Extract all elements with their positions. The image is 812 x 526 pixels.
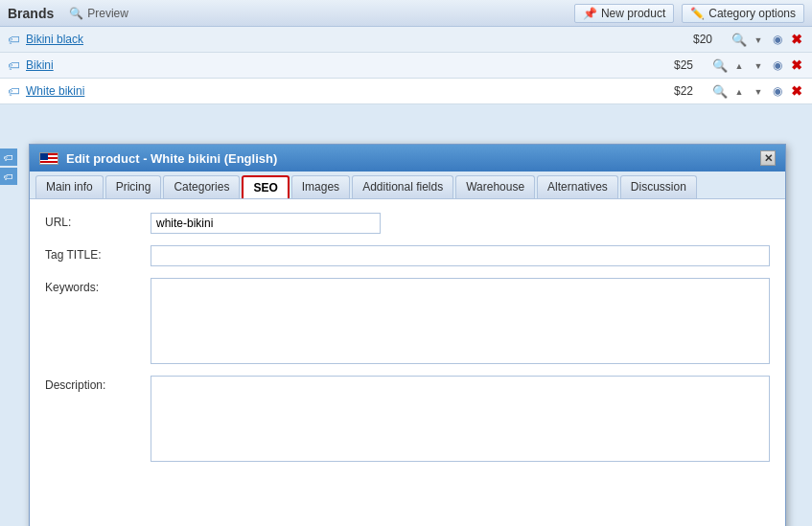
product-price: $25 [655,58,693,72]
url-input[interactable] [151,213,381,234]
tag-title-row: Tag TITLE: [45,245,770,266]
tabs-bar: Main info Pricing Categories SEO Images … [30,172,785,199]
keywords-row: Keywords: [45,278,770,364]
view-icon[interactable] [770,57,785,73]
move-down-icon[interactable] [751,57,766,73]
modal-body: URL: Tag TITLE: Keywords: Description: [30,199,785,526]
tab-warehouse[interactable]: Warehouse [455,175,535,198]
tab-pricing[interactable]: Pricing [105,175,162,198]
tag-title-label: Tag TITLE: [45,245,151,262]
search-product-icon[interactable]: 🔍 [731,32,747,47]
view-icon[interactable] [770,32,785,47]
left-tags: 🏷 🏷 [0,149,17,185]
description-label: Description: [45,376,151,392]
url-row: URL: [45,213,770,234]
product-price: $22 [655,84,693,98]
new-product-button[interactable]: 📌 New product [574,4,674,23]
move-down-icon[interactable] [751,83,766,99]
tag-icon: 🏷 [8,58,20,73]
preview-button[interactable]: 🔍 Preview [69,7,128,20]
delete-icon[interactable] [789,83,804,99]
table-row: 🏷 White bikini $22 🔍 [0,79,812,104]
description-row: Description: [45,376,770,462]
description-textarea[interactable] [151,376,770,462]
delete-icon[interactable] [789,32,804,47]
search-icon: 🔍 [69,7,83,20]
table-row: 🏷 Bikini black $20 🔍 [0,27,812,53]
move-down-icon[interactable] [751,32,766,47]
side-tag-2[interactable]: 🏷 [0,168,17,185]
table-row: 🏷 Bikini $25 🔍 [0,53,812,79]
toolbar-left: Brands 🔍 Preview [8,6,128,21]
search-product-icon[interactable]: 🔍 [712,57,728,73]
product-list: 🏷 Bikini black $20 🔍 🏷 Bikini $25 🔍 🏷 Wh… [0,27,812,104]
tab-additional-fields[interactable]: Additional fields [352,175,453,198]
modal-title: Edit product - White bikini (English) [66,151,277,166]
flag-icon [39,152,58,165]
modal-header: Edit product - White bikini (English) ✕ [30,145,785,172]
product-link[interactable]: Bikini black [26,33,674,46]
product-actions: 🔍 [731,32,804,47]
tag-title-input[interactable] [151,245,770,266]
url-label: URL: [45,213,151,229]
move-up-icon[interactable] [731,57,747,73]
tab-alternatives[interactable]: Alternatives [537,175,618,198]
url-input-wrap [151,213,390,234]
tag-icon: 🏷 [8,84,20,99]
view-icon[interactable] [770,83,785,99]
tab-seo[interactable]: SEO [242,175,289,198]
move-up-icon[interactable] [731,83,747,99]
category-options-icon: ✏️ [690,7,705,20]
modal-header-left: Edit product - White bikini (English) [39,151,277,166]
new-product-icon: 📌 [583,7,597,20]
product-price: $20 [674,33,712,46]
modal-close-button[interactable]: ✕ [760,150,776,166]
product-link[interactable]: Bikini [26,58,655,72]
tab-main-info[interactable]: Main info [35,175,104,198]
delete-icon[interactable] [789,57,804,73]
product-actions: 🔍 [712,83,804,99]
category-options-button[interactable]: ✏️ Category options [682,4,804,23]
keywords-label: Keywords: [45,278,151,294]
tab-categories[interactable]: Categories [163,175,240,198]
brands-title: Brands [8,6,54,21]
edit-product-modal: Edit product - White bikini (English) ✕ … [29,144,786,526]
toolbar-right: 📌 New product ✏️ Category options [574,4,804,23]
side-tag-1[interactable]: 🏷 [0,149,17,166]
tab-images[interactable]: Images [291,175,350,198]
top-toolbar: Brands 🔍 Preview 📌 New product ✏️ Catego… [0,0,812,27]
tag-icon: 🏷 [8,33,20,47]
tab-discussion[interactable]: Discussion [620,175,697,198]
product-actions: 🔍 [712,57,804,73]
search-product-icon[interactable]: 🔍 [712,83,728,99]
keywords-textarea[interactable] [151,278,770,364]
product-link[interactable]: White bikini [26,84,655,98]
